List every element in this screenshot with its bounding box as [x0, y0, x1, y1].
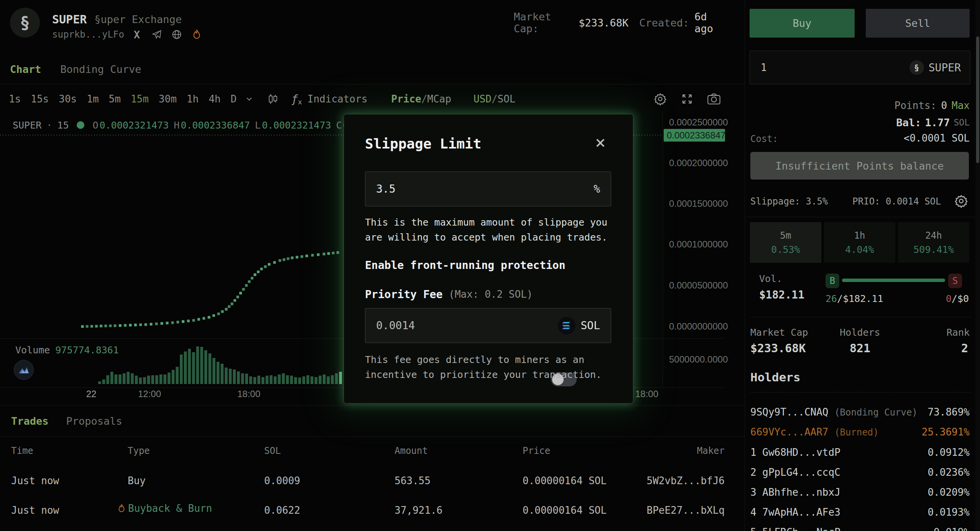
timeframe-1h[interactable]: 1h	[182, 89, 204, 109]
holders-section-title: Holders	[750, 370, 801, 384]
trade-maker[interactable]: BPeE27...bXLq	[613, 505, 725, 516]
timeframe-1m[interactable]: 1m	[82, 89, 104, 109]
telegram-icon[interactable]	[150, 27, 164, 42]
sells-badge: S	[948, 274, 962, 288]
holder-row[interactable]: 3 ABhfhe...nbxJ 0.0209%	[750, 485, 970, 500]
slippage-summary: Slippage: 3.5%	[750, 196, 828, 207]
last-price-tag: 0.0002336847	[664, 129, 725, 142]
scrollbar-track[interactable]	[975, 0, 980, 531]
token-address[interactable]: suprkb...yLFo	[52, 29, 124, 40]
close-icon[interactable]: ×	[595, 132, 606, 153]
stat-5m: 5m 0.53%	[750, 222, 821, 263]
holders-count-value: 821	[822, 341, 898, 355]
max-button[interactable]: Max	[952, 100, 970, 111]
flame-icon[interactable]	[189, 27, 204, 42]
holder-tag: (Burned)	[834, 427, 879, 438]
buy-sell-ratio-bar	[842, 279, 945, 282]
amount-input[interactable]: 1 § SUPER	[750, 51, 970, 84]
volume-value: 975774.8361	[55, 345, 119, 356]
priority-fee-input[interactable]: 0.0014 SOL	[365, 308, 611, 343]
candlestick-style-icon[interactable]	[265, 91, 281, 107]
trade-settings-gear-icon[interactable]	[954, 194, 968, 208]
market-cap-value: $233.68K	[579, 17, 628, 29]
volume-label: Volume	[15, 345, 50, 356]
token-icon: §	[909, 60, 924, 75]
holder-row[interactable]: 669VYc...AAR7 (Burned) 25.3691%	[750, 424, 970, 440]
created-value: 6d ago	[694, 11, 727, 35]
sol-mode-toggle[interactable]: SOL	[498, 93, 516, 105]
price-mode-toggle[interactable]: Price	[391, 93, 421, 105]
holder-pct: 0.0193%	[927, 506, 970, 518]
time-tick: 18:00	[233, 389, 264, 399]
col-header-type: Type	[128, 445, 150, 456]
price-tick: 0.0002000000	[669, 158, 728, 168]
sells-count: 0	[946, 293, 952, 304]
percent-suffix: %	[594, 183, 600, 195]
scrollbar-thumb[interactable]	[976, 36, 979, 163]
trade-type: Buy	[128, 475, 146, 486]
fx-icon[interactable]: ƒx	[291, 91, 302, 107]
website-globe-icon[interactable]	[169, 27, 184, 42]
trade-sol: 0.0622	[264, 505, 300, 516]
holder-row[interactable]: 9SQy9T...CNAQ (Bonding Curve) 73.869%	[750, 404, 970, 420]
trade-maker[interactable]: 5W2vbZ...bfJ6	[613, 475, 725, 486]
timeframe-30s[interactable]: 30s	[54, 89, 82, 109]
prio-summary: PRIO: 0.0014 SOL	[852, 196, 941, 207]
cost-value: <0.0001 SOL	[904, 132, 970, 144]
vol-value: $182.11	[759, 289, 804, 301]
mcap-mode-toggle[interactable]: MCap	[427, 93, 451, 105]
holder-row[interactable]: 4 7wApHA...AFe3 0.0193%	[750, 505, 970, 520]
balance-value: 1.77	[925, 117, 950, 129]
usd-mode-toggle[interactable]: USD	[474, 93, 492, 105]
holder-address: 4 7wApHA...AFe3	[750, 506, 840, 518]
tab-chart[interactable]: Chart	[10, 63, 41, 75]
holder-pct: 0.0236%	[927, 467, 970, 478]
slippage-input-value: 3.5	[376, 183, 396, 195]
amount-value: 1	[761, 62, 767, 73]
chart-type-icon-button[interactable]	[14, 360, 34, 380]
sell-tab-button[interactable]: Sell	[866, 9, 970, 38]
timeframe-1d[interactable]: D	[225, 89, 242, 109]
timeframe-1s[interactable]: 1s	[4, 89, 26, 109]
token-glyph: §	[914, 63, 919, 73]
price-tick: 0.0000000000	[669, 321, 728, 332]
fee-description-line1: This fee goes directly to miners as an	[365, 352, 602, 367]
holder-tag: (Bonding Curve)	[834, 407, 918, 418]
submit-trade-button[interactable]: Insufficient Points balance	[750, 152, 969, 180]
timeframe-30m[interactable]: 30m	[154, 89, 182, 109]
balance-unit: SOL	[954, 117, 970, 127]
holder-pct: 0.0209%	[927, 486, 970, 498]
trade-price: 0.00000164 SOL	[523, 475, 607, 486]
trade-time: Just now	[11, 505, 59, 516]
trade-amount: 37,921.6	[395, 505, 442, 516]
tab-bonding-curve[interactable]: Bonding Curve	[60, 63, 141, 75]
trade-price: 0.00000164 SOL	[523, 505, 607, 516]
slippage-input[interactable]: 3.5 %	[365, 172, 611, 206]
holder-row[interactable]: 2 gPpLG4...ccqC 0.0236%	[750, 465, 970, 480]
price-tick: 0.0000500000	[669, 280, 728, 291]
holder-pct: 0.019%	[934, 526, 970, 531]
holder-row[interactable]: 5 5LFRCh...NscP 0.019%	[750, 524, 970, 531]
usd-sol-slash: /	[492, 93, 498, 105]
timeframe-4h[interactable]: 4h	[204, 89, 225, 109]
timeframe-15s[interactable]: 15s	[26, 89, 54, 109]
stat-1h: 1h 4.04%	[824, 222, 895, 263]
tab-proposals[interactable]: Proposals	[66, 415, 122, 427]
holder-row[interactable]: 1 Gw68HD...vtdP 0.0912%	[750, 445, 970, 460]
stat-value: 0.53%	[771, 244, 800, 255]
fullscreen-icon[interactable]	[679, 91, 695, 107]
screenshot-camera-icon[interactable]	[706, 91, 722, 107]
x-twitter-icon[interactable]: X	[130, 27, 144, 42]
price-tick: 0.0002500000	[669, 117, 728, 128]
holder-address: 2 gPpLG4...ccqC	[750, 467, 840, 478]
indicators-button[interactable]: Indicators	[307, 93, 368, 105]
token-symbol-label: SUPER	[929, 61, 961, 74]
timeframe-5m[interactable]: 5m	[104, 89, 126, 109]
buy-tab-button[interactable]: Buy	[750, 9, 855, 38]
priority-fee-value: 0.0014	[376, 319, 415, 332]
chart-settings-gear-icon[interactable]	[653, 91, 668, 107]
holder-pct: 73.869%	[927, 406, 970, 418]
timeframe-15m[interactable]: 15m	[126, 89, 154, 109]
chevron-down-icon[interactable]	[242, 91, 257, 107]
tab-trades[interactable]: Trades	[11, 415, 49, 427]
